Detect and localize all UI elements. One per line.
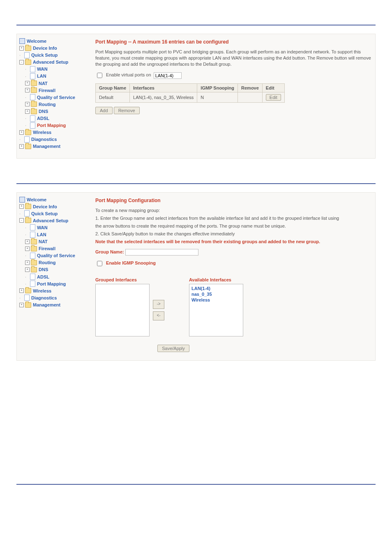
nav-lan[interactable]: LAN — [37, 232, 46, 237]
nav-nat[interactable]: NAT — [39, 81, 48, 86]
enable-virtual-ports-checkbox[interactable] — [97, 73, 102, 78]
note-text: Note that the selected interfaces will b… — [95, 239, 373, 245]
page-icon — [24, 52, 30, 58]
nav-device-info[interactable]: Device Info — [33, 46, 57, 51]
col-interfaces: Interfaces — [130, 84, 197, 92]
page-icon — [30, 115, 35, 122]
folder-icon — [25, 46, 31, 51]
expand-icon[interactable]: + — [19, 144, 24, 149]
port-mapping-config-panel: Welcome +Device Info ·Quick Setup -Advan… — [16, 192, 376, 361]
nav-advanced-setup[interactable]: Advanced Setup — [33, 60, 68, 64]
folder-icon — [31, 101, 37, 107]
nav-firewall[interactable]: Firewall — [39, 88, 55, 93]
nav-diagnostics[interactable]: Diagnostics — [31, 137, 57, 142]
page-icon — [30, 253, 35, 259]
port-mapping-config-content: Port Mapping Configuration To create a n… — [95, 196, 373, 352]
page-icon — [24, 295, 30, 301]
nav-port-mapping[interactable]: Port Mapping — [37, 123, 66, 128]
nav-welcome[interactable]: Welcome — [27, 39, 46, 44]
folder-icon — [31, 109, 37, 114]
nav-qos[interactable]: Quality of Service — [37, 95, 75, 100]
page-icon — [24, 210, 30, 216]
nav-management[interactable]: Management — [33, 144, 60, 149]
edit-button[interactable]: Edit — [266, 94, 281, 101]
folder-icon — [25, 130, 31, 135]
cell-interfaces: LAN(1-4), nas_0_35, Wireless — [130, 92, 197, 103]
expand-icon[interactable]: + — [19, 303, 24, 307]
nav-routing[interactable]: Routing — [39, 260, 56, 265]
nav-welcome[interactable]: Welcome — [27, 197, 46, 202]
port-mapping-table: Group Name Interfaces IGMP Snooping Remo… — [95, 83, 285, 103]
tree-line: · — [19, 52, 23, 58]
nav-adsl[interactable]: ADSL — [37, 274, 49, 279]
save-apply-button[interactable]: Save/Apply — [157, 345, 189, 352]
expand-icon[interactable]: + — [25, 81, 30, 85]
folder-icon — [31, 81, 37, 86]
grouped-interfaces-label: Grouped Interfaces — [95, 277, 164, 282]
page-icon — [30, 224, 35, 230]
nav-quick-setup[interactable]: Quick Setup — [31, 211, 58, 216]
col-edit: Edit — [262, 84, 284, 92]
expand-icon[interactable]: - — [19, 218, 24, 223]
page-icon — [30, 232, 35, 238]
nav-qos[interactable]: Quality of Service — [37, 253, 75, 258]
move-left-button[interactable]: <- — [153, 311, 164, 320]
nav-quick-setup[interactable]: Quick Setup — [31, 53, 58, 58]
nav-wan[interactable]: WAN — [37, 67, 48, 71]
nav-advanced-setup[interactable]: Advanced Setup — [33, 218, 68, 223]
expand-icon[interactable]: + — [25, 88, 30, 92]
nav-wireless[interactable]: Wireless — [33, 130, 51, 135]
cell-remove — [238, 92, 263, 103]
enable-virtual-ports-label: Enable virtual ports on — [106, 72, 151, 77]
nav-device-info[interactable]: Device Info — [33, 204, 57, 209]
add-button[interactable]: Add — [95, 107, 113, 114]
expand-icon[interactable]: + — [25, 246, 30, 251]
nav-dns[interactable]: DNS — [39, 267, 48, 272]
expand-icon[interactable]: + — [25, 240, 30, 244]
folder-icon — [25, 60, 31, 65]
nav-lan[interactable]: LAN — [37, 74, 46, 79]
expand-icon[interactable]: + — [19, 46, 24, 51]
group-name-label: Group Name: — [95, 249, 124, 254]
expand-icon[interactable]: + — [19, 288, 24, 293]
nav-tree: Welcome +Device Info ·Quick Setup -Advan… — [19, 37, 85, 150]
expand-icon[interactable]: + — [25, 267, 30, 272]
enable-igmp-label: Enable IGMP Snooping — [106, 260, 156, 265]
folder-icon — [31, 88, 37, 93]
expand-icon[interactable]: + — [25, 102, 30, 106]
folder-icon — [31, 239, 37, 244]
nav-adsl[interactable]: ADSL — [37, 116, 49, 121]
expand-icon[interactable]: - — [19, 60, 24, 64]
remove-button[interactable]: Remove — [114, 107, 140, 114]
nav-wan[interactable]: WAN — [37, 225, 48, 230]
nav-routing[interactable]: Routing — [39, 102, 56, 107]
step2-text: 2. Click Save/Apply button to make the c… — [95, 231, 373, 237]
page-title: Port Mapping -- A maximum 16 entries can… — [95, 39, 373, 45]
expand-icon[interactable]: + — [25, 260, 30, 265]
expand-icon[interactable]: + — [19, 204, 24, 209]
expand-icon[interactable]: + — [25, 109, 30, 114]
folder-icon — [25, 302, 31, 308]
nav-diagnostics[interactable]: Diagnostics — [31, 295, 57, 300]
available-interfaces-list[interactable]: LAN(1-4)nas_0_35Wireless — [189, 284, 243, 336]
nav-tree: Welcome +Device Info ·Quick Setup -Advan… — [19, 196, 85, 352]
nav-firewall[interactable]: Firewall — [39, 246, 55, 251]
page-icon — [30, 274, 35, 280]
page-icon — [24, 136, 30, 143]
cell-igmp: N — [197, 92, 238, 103]
enable-igmp-checkbox[interactable] — [97, 261, 102, 266]
folder-icon — [31, 267, 37, 272]
page-icon — [30, 281, 35, 287]
grouped-interfaces-list[interactable] — [95, 284, 150, 336]
available-interfaces-label: Available Interfaces — [189, 277, 243, 282]
expand-icon[interactable]: + — [19, 130, 24, 135]
nav-wireless[interactable]: Wireless — [33, 288, 51, 293]
enable-virtual-ports-value — [154, 72, 182, 79]
nav-dns[interactable]: DNS — [39, 109, 48, 114]
move-right-button[interactable]: -> — [153, 300, 164, 309]
nav-nat[interactable]: NAT — [39, 239, 48, 244]
group-name-input[interactable] — [125, 249, 198, 256]
table-header-row: Group Name Interfaces IGMP Snooping Remo… — [96, 84, 285, 92]
nav-port-mapping[interactable]: Port Mapping — [37, 281, 66, 286]
nav-management[interactable]: Management — [33, 302, 60, 307]
